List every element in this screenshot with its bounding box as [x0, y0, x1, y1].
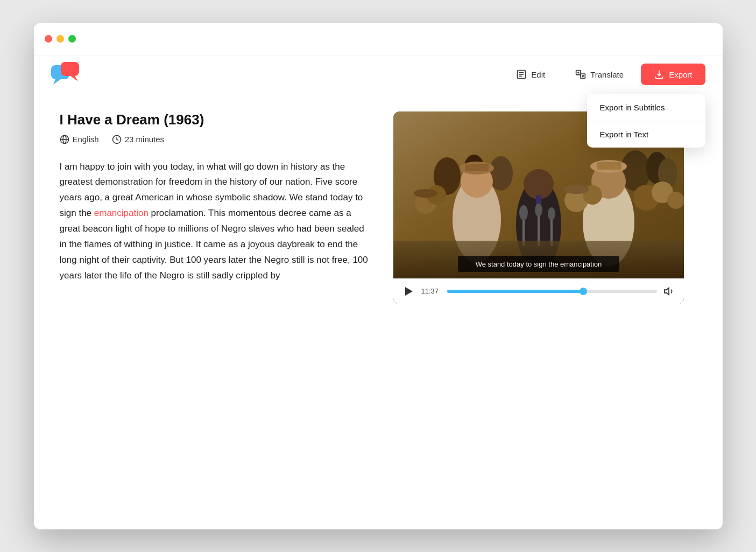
svg-rect-25 [465, 164, 489, 171]
svg-point-34 [548, 207, 555, 220]
close-button[interactable] [45, 35, 52, 43]
svg-marker-53 [664, 288, 668, 295]
export-button[interactable]: Export [641, 64, 705, 85]
highlighted-word: emancipation [94, 208, 149, 218]
document-text: I am happy to join with you today, in wh… [60, 159, 372, 284]
export-icon [654, 69, 665, 80]
left-panel: I Have a Dream (1963) English 23 min [60, 111, 372, 304]
header: Edit Translate Export [34, 55, 723, 94]
svg-point-32 [535, 204, 542, 216]
svg-point-18 [489, 156, 513, 191]
progress-fill [447, 290, 584, 293]
svg-rect-38 [597, 162, 621, 170]
globe-icon [60, 135, 69, 144]
duration-meta: 23 minutes [112, 135, 164, 144]
export-label: Export [669, 70, 692, 79]
export-subtitles-label: Export in Subtitles [600, 103, 665, 112]
svg-marker-52 [405, 287, 413, 296]
traffic-lights [45, 35, 76, 43]
svg-point-30 [519, 205, 528, 220]
document-meta: English 23 minutes [60, 135, 372, 144]
duration-label: 23 minutes [125, 135, 164, 144]
volume-button[interactable] [663, 285, 675, 297]
nav-actions: Edit Translate Export [503, 64, 705, 85]
export-dropdown: Export in Subtitles Export in Text [587, 94, 705, 148]
svg-marker-3 [70, 76, 78, 81]
translate-label: Translate [590, 70, 624, 79]
progress-bar[interactable] [447, 290, 657, 293]
edit-label: Edit [531, 70, 545, 79]
clock-icon [112, 135, 122, 144]
minimize-button[interactable] [56, 35, 64, 43]
app-window: Edit Translate Export [34, 23, 723, 529]
svg-text:We stand today to sign the ema: We stand today to sign the emancipation [475, 260, 602, 268]
video-controls: 11:37 [393, 278, 684, 304]
translate-button[interactable]: Translate [562, 64, 637, 85]
logo [51, 62, 81, 87]
language-meta: English [60, 135, 99, 144]
svg-point-47 [563, 185, 589, 194]
svg-rect-2 [61, 62, 79, 76]
translate-icon [575, 69, 586, 80]
play-button[interactable] [402, 285, 415, 298]
export-text-label: Export in Text [600, 130, 649, 139]
svg-marker-1 [53, 79, 61, 85]
svg-point-45 [667, 192, 684, 209]
maximize-button[interactable] [68, 35, 76, 43]
progress-thumb [580, 288, 587, 295]
logo-icon [51, 62, 81, 87]
svg-point-46 [414, 189, 437, 198]
svg-point-27 [524, 169, 554, 199]
export-text-item[interactable]: Export in Text [587, 121, 705, 148]
body-text-part2: proclamation. This momentous decree came… [60, 208, 368, 281]
export-subtitles-item[interactable]: Export in Subtitles [587, 94, 705, 121]
current-time: 11:37 [421, 287, 441, 295]
language-label: English [73, 135, 99, 144]
document-title: I Have a Dream (1963) [60, 111, 372, 128]
edit-icon [516, 69, 527, 80]
titlebar [34, 23, 723, 55]
edit-button[interactable]: Edit [503, 64, 558, 85]
